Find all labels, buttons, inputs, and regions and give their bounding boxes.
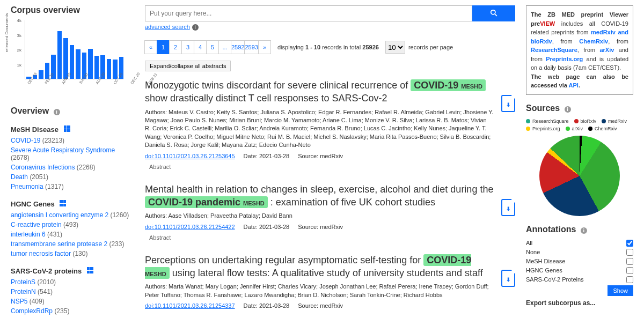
facet-link[interactable]: C-reactive protein: [11, 221, 62, 228]
facet-count: (541): [38, 288, 53, 295]
facet-link[interactable]: Death: [11, 173, 28, 181]
facet-count: (1317): [45, 183, 64, 190]
sources-pie-chart: [539, 136, 620, 216]
expand-collapse-button[interactable]: Expand/collapse all abstracts: [145, 61, 231, 71]
facet-count: (23213): [42, 137, 64, 144]
annotation-checkbox[interactable]: [626, 240, 633, 247]
export-heading: Export subcorpus as...: [526, 299, 633, 307]
legend-item: medRxiv: [602, 119, 627, 124]
advanced-search-link[interactable]: advanced searchi: [145, 24, 199, 31]
overview-heading: Overview i: [11, 106, 134, 116]
article-source: Source: medRxiv: [298, 224, 343, 230]
annotation-label: MeSH Disease: [526, 258, 565, 264]
doi-link[interactable]: doi:10.1101/2021.03.26.21254337: [145, 302, 235, 309]
page-button[interactable]: 2593: [244, 40, 258, 54]
page-button[interactable]: 3: [181, 40, 194, 54]
record-count: displaying 1 - 10 records in total 25926: [277, 44, 379, 50]
facet-link[interactable]: transmembrane serine protease 2: [11, 240, 107, 248]
facet-link[interactable]: Pneumonia: [11, 183, 43, 190]
chart-bar: [76, 49, 80, 79]
records-per-page-label: records per page: [408, 44, 453, 50]
pdf-icon[interactable]: ⬇: [501, 270, 515, 287]
info-icon[interactable]: i: [581, 227, 587, 234]
facet-link[interactable]: ProteinN: [11, 288, 36, 295]
article-authors: Authors: Mateus V. Castro; Keity S. Sant…: [145, 108, 494, 150]
facet-link[interactable]: Coronavirus Infections: [11, 164, 75, 171]
page-button[interactable]: 2592: [231, 40, 245, 54]
abstract-toggle[interactable]: Abstract: [149, 234, 494, 241]
annotations-heading: Annotations i: [526, 225, 633, 234]
show-button[interactable]: Show: [608, 285, 633, 296]
article-authors: Authors: Marta Wanat; Mary Logan; Jennif…: [145, 283, 494, 299]
arxiv-link[interactable]: arXiv: [599, 47, 614, 53]
annotation-label: HGNC Genes: [526, 267, 562, 273]
grid-icon[interactable]: [60, 200, 66, 206]
pdf-icon[interactable]: ⬇: [501, 95, 515, 112]
page-button[interactable]: 1: [157, 40, 170, 54]
facet-count: (1260): [110, 211, 129, 219]
article-date: Date: 2021-03-28: [244, 302, 290, 309]
annotation-tag[interactable]: COVID-19 pandemic MESHD: [145, 196, 268, 208]
facet-link[interactable]: ProteinS: [11, 278, 35, 286]
facet-count: (235): [54, 307, 69, 315]
records-per-page-select[interactable]: 10: [385, 41, 405, 54]
info-icon[interactable]: i: [565, 106, 571, 113]
abstract-toggle[interactable]: Abstract: [149, 164, 494, 170]
article: Monozygotic twins discordant for severe …: [145, 79, 515, 170]
researchsquare-link[interactable]: ResearchSquare: [531, 47, 577, 53]
article-title[interactable]: Mental health in relation to changes in …: [145, 183, 494, 209]
facet-heading: MeSH Disease: [11, 125, 134, 134]
info-icon[interactable]: i: [192, 24, 199, 31]
annotation-label: All: [526, 240, 532, 246]
chemrxiv-link[interactable]: ChemRxiv: [579, 38, 608, 45]
annotation-checkbox[interactable]: [626, 267, 633, 274]
svg-line-1: [495, 13, 497, 16]
annotation-tag[interactable]: COVID-19 MESHD: [145, 254, 471, 279]
legend-item: ChemRxiv: [588, 126, 617, 131]
facet-link[interactable]: angiotensin I converting enzyme 2: [11, 211, 108, 219]
facet-link[interactable]: NSP5: [11, 298, 27, 305]
api-link[interactable]: API: [569, 82, 579, 88]
search-button[interactable]: [472, 5, 515, 21]
article-date: Date: 2021-03-28: [244, 224, 290, 230]
page-button[interactable]: 2: [169, 40, 182, 54]
facet-link[interactable]: Severe Acute Respiratory Syndrome: [11, 146, 115, 154]
facet-link[interactable]: tumor necrosis factor: [11, 250, 71, 257]
page-button[interactable]: «: [144, 40, 157, 54]
annotation-checkbox[interactable]: [626, 249, 633, 256]
grid-icon[interactable]: [64, 125, 70, 132]
facet-link[interactable]: COVID-19: [11, 137, 40, 144]
annotation-tag[interactable]: COVID-19 MESHD: [411, 79, 486, 91]
legend-item: Preprints.org: [526, 126, 560, 131]
info-icon[interactable]: i: [54, 109, 60, 115]
facet-link[interactable]: ComplexRdRp: [11, 307, 53, 315]
annotation-checkbox[interactable]: [626, 276, 633, 283]
grid-icon[interactable]: [87, 267, 93, 273]
preprints-link[interactable]: Preprints.org: [546, 56, 583, 62]
legend-item: arXiv: [566, 126, 583, 131]
page-button[interactable]: »: [258, 40, 271, 54]
pagination: «12345...25922593»: [145, 40, 271, 54]
annotation-checkbox[interactable]: [626, 258, 633, 265]
doi-link[interactable]: doi:10.1101/2021.03.26.21253645: [145, 153, 235, 159]
facet-count: (2268): [77, 164, 96, 171]
chart-bar: [57, 31, 62, 79]
article-title[interactable]: Monozygotic twins discordant for severe …: [145, 79, 494, 105]
chart-bar: [107, 59, 112, 79]
facet-count: (233): [109, 240, 124, 248]
page-button[interactable]: 4: [194, 40, 207, 54]
doi-link[interactable]: doi:10.1101/2021.03.26.21254422: [145, 224, 235, 230]
article-date: Date: 2021-03-28: [244, 153, 290, 159]
page-button[interactable]: 5: [206, 40, 219, 54]
article-source: Source: medRxiv: [298, 302, 343, 309]
chart-bar: [39, 70, 43, 79]
facet-link[interactable]: interleukin 6: [11, 231, 46, 238]
corpus-heading: Corpus overview: [11, 5, 134, 15]
pdf-icon[interactable]: ⬇: [501, 199, 515, 216]
article-authors: Authors: Aase Villadsen; Praveetha Patal…: [145, 212, 494, 220]
page-button[interactable]: ...: [218, 40, 231, 54]
search-input[interactable]: [145, 5, 472, 21]
annotation-label: None: [526, 249, 540, 255]
article: Perceptions on undertaking regular asymp…: [145, 254, 515, 309]
article-title[interactable]: Perceptions on undertaking regular asymp…: [145, 254, 494, 280]
